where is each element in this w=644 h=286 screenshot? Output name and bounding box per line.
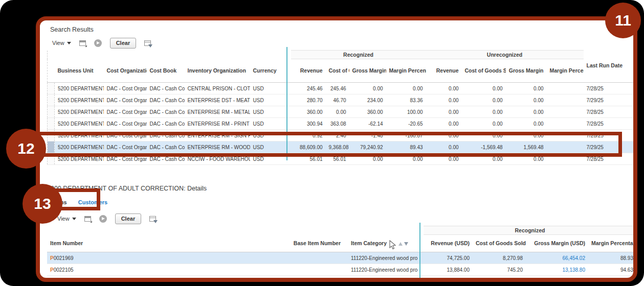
item-prefix-flag: P — [50, 267, 54, 273]
details-items-table: Recognized Item Number Base Item Number … — [47, 226, 636, 282]
column-header-currency[interactable]: Currency — [250, 59, 291, 83]
cell-recognized-revenue: 300.94 — [291, 118, 326, 130]
clear-button[interactable]: Clear — [115, 213, 142, 224]
column-header-recognized-cogs[interactable]: Cost of Goods Sold — [326, 59, 349, 83]
column-header-unrecognized-margin-percentage[interactable]: Margin Percentage — [547, 59, 584, 83]
gross-margin-link[interactable]: -351.91 — [526, 276, 588, 282]
frozen-column-divider — [419, 223, 420, 278]
sort-icons[interactable] — [398, 242, 408, 246]
column-header-revenue-usd[interactable]: Revenue (USD) — [424, 235, 473, 252]
column-header-gross-margin-usd[interactable]: Gross Margin (USD) — [526, 235, 588, 252]
cell-unrecognized-revenue: 0.00 — [426, 118, 462, 130]
cell-unrecognized-gross-margin: 0.00 — [506, 94, 547, 106]
column-header-margin-percentage[interactable]: Margin Percentage — [588, 235, 636, 252]
cell-business-unit: 5200 DEPARTMENT OF — [55, 94, 104, 106]
cell-item-category: 561122-Desking systems — [344, 276, 424, 282]
go-icon[interactable] — [99, 215, 107, 223]
cell-cost-book: DAC - Cash Cost B — [147, 118, 185, 130]
column-header-last-run-date[interactable]: Last Run Date — [584, 59, 637, 83]
cell-unrecognized-gross-margin: 0.00 — [506, 83, 547, 94]
view-menu-button[interactable]: View — [57, 216, 76, 222]
cell-last-run-date: 7/28/25 — [584, 106, 637, 118]
cell-base-item-number — [262, 276, 344, 282]
details-toolbar: View Clear — [57, 213, 156, 224]
sort-descending-icon[interactable] — [404, 242, 408, 246]
row-selector — [48, 118, 55, 130]
cell-item-category: 111220-Engineered wood pro — [344, 252, 424, 264]
column-header-item-number[interactable]: Item Number — [47, 235, 262, 252]
search-results-toolbar: View Clear — [52, 37, 151, 49]
search-result-row[interactable]: 5200 DEPARTMENT OFDAC - Cost OrganizDAC … — [48, 106, 637, 118]
cell-recognized-margin-percentage: 0.00 — [386, 83, 426, 94]
view-menu-label: View — [57, 216, 70, 222]
annotation-box-row — [33, 132, 622, 157]
cell-unrecognized-cogs: 0.00 — [462, 94, 506, 106]
gross-margin-link[interactable]: 66,454.02 — [526, 252, 588, 264]
row-selector — [48, 94, 55, 106]
cell-last-run-date: 7/29/25 — [584, 94, 637, 106]
item-number-text: 0022105 — [54, 267, 74, 273]
cell-unrecognized-cogs: 0.00 — [462, 83, 506, 94]
column-header-unrecognized-gross-margin[interactable]: Gross Margin — [506, 59, 547, 83]
item-prefix-flag: P — [50, 279, 54, 282]
cell-item-category: 111220-Engineered wood pro — [344, 264, 424, 276]
cell-item-number: P0021969 — [47, 252, 262, 264]
detach-icon[interactable] — [79, 40, 86, 46]
query-by-example-icon[interactable] — [149, 216, 156, 222]
column-header-inventory-organization[interactable]: Inventory Organization — [185, 59, 250, 83]
column-header-cogs-usd[interactable]: Cost of Goods Sold (USD) — [473, 235, 526, 252]
column-header-cost-book[interactable]: Cost Book — [147, 59, 185, 83]
header-spacer — [584, 51, 637, 59]
gross-margin-link[interactable]: 13,138.80 — [526, 264, 588, 276]
column-header-recognized-margin-percentage[interactable]: Margin Percentage — [386, 59, 426, 83]
cell-base-item-number — [262, 252, 344, 264]
column-header-unrecognized-revenue[interactable]: Revenue — [426, 59, 462, 83]
cell-recognized-gross-margin: 0.00 — [349, 83, 386, 94]
search-result-row[interactable]: 5200 DEPARTMENT OFDAC - Cost OrganizDAC … — [48, 83, 637, 94]
cell-revenue-usd: 13,884.00 — [424, 264, 473, 276]
column-header-base-item-number[interactable]: Base Item Number — [262, 235, 344, 252]
cell-recognized-gross-margin: 234.00 — [349, 94, 386, 106]
cell-last-run-date: 7/28/25 — [584, 83, 637, 94]
sort-ascending-icon[interactable] — [398, 242, 403, 246]
item-number-text: 0021969 — [54, 255, 74, 261]
cell-recognized-gross-margin: -62.14 — [349, 118, 386, 130]
cell-item-number: P0020771 — [47, 276, 262, 282]
item-row[interactable]: P0022105111220-Engineered wood pro13,884… — [47, 264, 636, 276]
mouse-cursor — [389, 240, 396, 250]
group-header-recognized: Recognized — [291, 51, 426, 59]
cell-currency: USD — [250, 106, 291, 118]
header-spacer — [48, 51, 291, 59]
column-header-unrecognized-cogs[interactable]: Cost of Goods Sold — [462, 59, 506, 83]
cell-inventory-organization: CENTRAL PRISON - CLOTHING V — [185, 83, 250, 94]
cell-cost-organization: DAC - Cost Organiz — [104, 94, 147, 106]
search-results-title: Search Results — [50, 26, 94, 33]
search-result-row[interactable]: 5200 DEPARTMENT OFDAC - Cost OrganizDAC … — [48, 94, 637, 106]
cell-cogs-usd: 8,270.98 — [473, 252, 526, 264]
go-icon[interactable] — [94, 39, 102, 47]
item-prefix-flag: P — [50, 255, 54, 261]
view-menu-button[interactable]: View — [52, 40, 71, 46]
cell-cost-book: DAC - Cash Cost B — [147, 94, 185, 106]
cell-unrecognized-gross-margin: 0.00 — [506, 118, 547, 130]
header-spacer — [47, 226, 424, 235]
cell-recognized-cogs: 0.00 — [326, 106, 349, 118]
query-by-example-icon[interactable] — [144, 40, 151, 46]
clear-button[interactable]: Clear — [110, 38, 137, 49]
column-header-cost-organization[interactable]: Cost Organization — [104, 59, 147, 83]
cell-recognized-revenue: 245.46 — [291, 83, 326, 94]
cell-cost-organization: DAC - Cost Organiz — [104, 83, 147, 94]
cell-recognized-cogs: 245.46 — [326, 83, 349, 94]
column-header-recognized-revenue[interactable]: Revenue — [291, 59, 326, 83]
column-header-business-unit[interactable]: Business Unit — [55, 59, 104, 83]
view-menu-label: View — [52, 40, 64, 46]
search-result-row[interactable]: 5200 DEPARTMENT OFDAC - Cost OrganizDAC … — [48, 118, 637, 130]
column-header-recognized-gross-margin[interactable]: Gross Margin — [349, 59, 386, 83]
callout-11: 11 — [605, 3, 641, 38]
cell-last-run-date: 7/28/25 — [584, 118, 637, 130]
detach-icon[interactable] — [84, 216, 91, 222]
cell-recognized-revenue: 360.00 — [291, 106, 326, 118]
item-row[interactable]: P0021969111220-Engineered wood pro74,725… — [47, 252, 636, 264]
item-row[interactable]: P0020771561122-Desking systems0.00351.91… — [47, 276, 636, 282]
column-header-item-category[interactable]: Item Category — [344, 235, 424, 252]
